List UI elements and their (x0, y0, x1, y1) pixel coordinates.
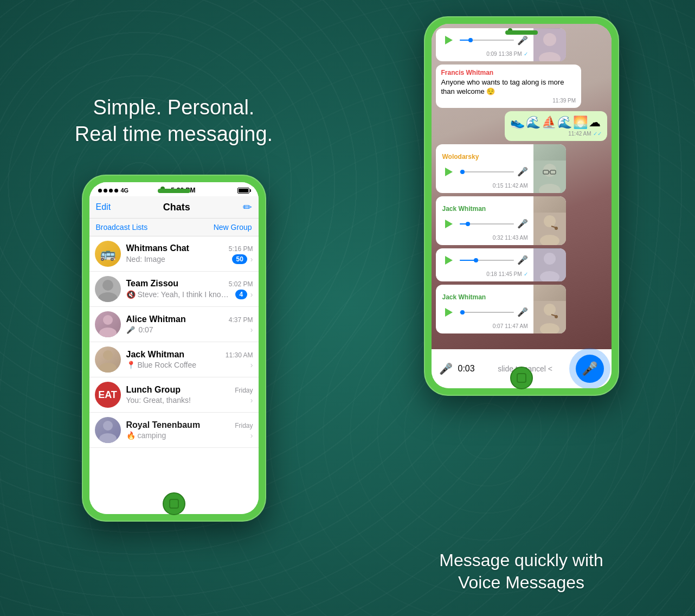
chat-item-whitmans[interactable]: 🚌 Whitmans Chat 5:16 PM Ned: Image 50 › (89, 236, 259, 272)
waveform-1 (460, 35, 514, 46)
chat-info-lunch: Lunch Group Friday You: Great, thanks! › (126, 385, 253, 405)
play-button-jack1[interactable] (441, 216, 456, 232)
new-group-button[interactable]: New Group (214, 223, 252, 232)
record-button[interactable]: 🎤 (576, 355, 604, 383)
chat-item-jack[interactable]: Jack Whitman 11:30 AM 📍 Blue Rock Coffee… (89, 342, 259, 377)
time-jack2: 11:47 AM (505, 323, 527, 329)
compose-button[interactable]: ✏ (243, 201, 252, 214)
waveform-wolo (460, 166, 514, 177)
msg-meta-jack1: 0:32 11:43 AM (441, 235, 528, 241)
voice-controls-1: 🎤 (441, 33, 528, 48)
home-button-left[interactable] (163, 492, 185, 515)
svg-point-18 (544, 215, 556, 227)
voice-controls-wolo: 🎤 (441, 164, 528, 179)
mic-icon-w2: 🎤 (517, 255, 528, 265)
svg-point-7 (99, 433, 117, 443)
avatar-lunch: EAT (95, 382, 121, 408)
time-1: 11:38 PM (499, 51, 522, 57)
svg-point-6 (103, 421, 113, 431)
home-button-right[interactable] (510, 367, 533, 389)
msg-meta-wolo: 0:15 11:42 AM (441, 183, 528, 189)
waveform-dot-1 (468, 38, 473, 42)
avatar-jack (95, 347, 121, 373)
svg-point-21 (555, 227, 558, 230)
play-button-1[interactable] (441, 33, 456, 48)
battery (237, 188, 249, 194)
broadcast-lists-button[interactable]: Broadcast Lists (96, 223, 148, 232)
voice-content-jack2: Jack Whitman 🎤 (436, 285, 533, 333)
duration-jack2: 0:07 (493, 323, 503, 329)
mute-icon-zissou: 🔇 (126, 290, 136, 299)
chat-item-lunch[interactable]: EAT Lunch Group Friday You: Great, thank… (89, 377, 259, 413)
msg-wolodarsky: Wolodarsky 🎤 (436, 144, 566, 193)
man-photo-jack2 (533, 301, 566, 333)
msg-jack-2: Jack Whitman 🎤 (436, 285, 566, 333)
chat-item-zissou[interactable]: Team Zissou 5:02 PM 🔇 Steve: Yeah, I thi… (89, 272, 259, 307)
duration-1: 0:09 (486, 51, 497, 57)
play-button-wolo[interactable] (441, 164, 456, 179)
chat-preview-row-lunch: You: Great, thanks! › (126, 396, 253, 405)
left-panel: Simple. Personal. Real time messaging. 4… (0, 0, 347, 616)
msg-meta-emoji: 11:42 AM ✓✓ (510, 131, 602, 137)
woman-photo-2 (533, 249, 566, 281)
time-wolo: 11:42 AM (505, 183, 527, 189)
waveform-dot-w2 (474, 258, 478, 262)
msg-voice-woman2: 🎤 0:18 11:45 PM ✓ (436, 248, 566, 281)
svg-point-3 (99, 328, 117, 337)
photo-1 (533, 28, 566, 61)
dot4 (114, 189, 118, 193)
svg-point-26 (544, 304, 556, 316)
photo-jack1 (533, 196, 566, 245)
play-button-jack2[interactable] (441, 305, 456, 320)
chat-preview-zissou: Steve: Yeah, I think I know wha... (138, 290, 232, 299)
play-button-w2[interactable] (441, 253, 456, 268)
avatar-royal (95, 417, 121, 443)
recording-time: 0:03 (458, 364, 475, 374)
msg-emoji: 👟🌊⛵🌊🌅☁ 11:42 AM ✓✓ (505, 111, 607, 141)
waveform-w2 (460, 255, 514, 266)
duration-wolo: 0:15 (493, 183, 503, 189)
nav-bar: Edit Chats ✏ (89, 196, 259, 219)
chat-name-lunch: Lunch Group (126, 385, 181, 395)
photo-jack2 (533, 285, 566, 333)
chat-header-royal: Royal Tenenbaum Friday (126, 420, 253, 430)
voice-messages-label: Message quickly with Voice Messages (439, 549, 603, 594)
chat-header-zissou: Team Zissou 5:02 PM (126, 279, 253, 288)
voice-controls-w2: 🎤 (441, 253, 528, 268)
chat-preview-row-zissou: 🔇 Steve: Yeah, I think I know wha... 4 › (126, 290, 253, 299)
chat-preview-alice: 🎤 0:07 (126, 325, 247, 334)
time-francis: 11:39 PM (552, 98, 576, 104)
left-phone: 4G 5:20 PM Edit Chats ✏ (82, 175, 266, 522)
mic-icon-wolo: 🎤 (517, 166, 528, 177)
chat-name-royal: Royal Tenenbaum (126, 420, 201, 430)
emoji-content: 👟🌊⛵🌊🌅☁ (510, 116, 602, 130)
chevron-alice: › (250, 325, 253, 334)
phone-left-screen: 4G 5:20 PM Edit Chats ✏ (89, 182, 259, 514)
royal-avatar-svg (95, 417, 121, 443)
zissou-avatar-svg (95, 276, 121, 302)
chat-preview-whitmans: Ned: Image (126, 255, 229, 264)
dot1 (98, 189, 102, 193)
chat-header-whitmans: Whitmans Chat 5:16 PM (126, 243, 253, 253)
time-jack1: 11:43 AM (505, 235, 527, 241)
chat-item-alice[interactable]: Alice Whitman 4:37 PM 🎤 0:07 › (89, 307, 259, 342)
photo-wolo (533, 144, 566, 193)
play-triangle-1 (445, 36, 453, 44)
waveform-jack1 (460, 219, 514, 229)
right-phone-wrapper: 🎤 0:09 11:38 PM ✓ (424, 16, 619, 396)
man-photo-jack1 (533, 213, 566, 245)
svg-point-5 (99, 363, 117, 373)
dot2 (104, 189, 107, 193)
play-triangle-jack2 (445, 308, 453, 317)
home-inner-right (517, 373, 526, 383)
waveform-line-jack2 (460, 312, 514, 313)
edit-button[interactable]: Edit (96, 202, 111, 212)
msg-jack-1: Jack Whitman 🎤 (436, 196, 566, 245)
jack-avatar-svg (95, 347, 121, 373)
play-triangle-jack1 (445, 220, 453, 228)
man-photo-wolo (533, 161, 566, 193)
duration-w2: 0:18 (486, 271, 497, 277)
voice-content-jack1: Jack Whitman 🎤 (436, 196, 533, 245)
chat-item-royal[interactable]: Royal Tenenbaum Friday 🔥 camping › (89, 413, 259, 448)
avatar-whitmans: 🚌 (95, 241, 121, 267)
